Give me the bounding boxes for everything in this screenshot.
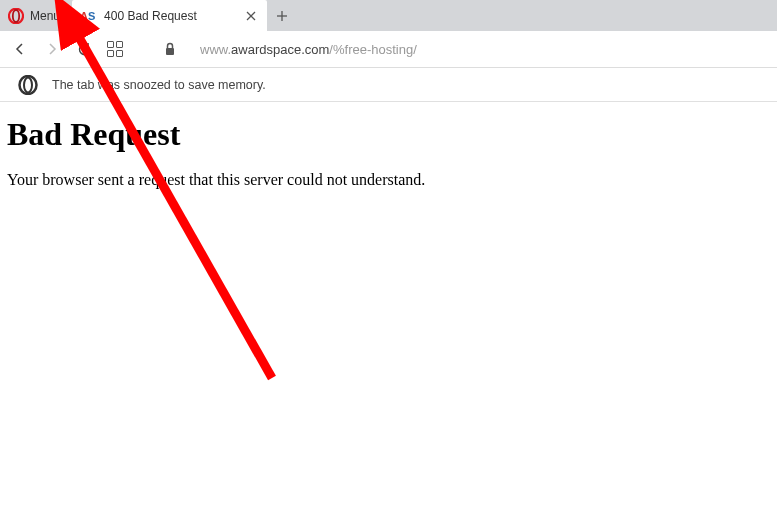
tab-title: 400 Bad Request: [104, 9, 235, 23]
tab-bar: Menu AS 400 Bad Request: [0, 0, 777, 31]
svg-point-1: [13, 10, 19, 22]
url-path: /%free-hosting/: [329, 42, 416, 57]
lock-icon[interactable]: [160, 39, 180, 59]
url-domain: awardspace.com: [231, 42, 329, 57]
page-body: Your browser sent a request that this se…: [7, 171, 770, 189]
snooze-bar: The tab was snoozed to save memory.: [0, 68, 777, 102]
back-button[interactable]: [10, 39, 30, 59]
close-icon[interactable]: [243, 8, 259, 24]
new-tab-button[interactable]: [267, 0, 297, 31]
opera-logo-icon: [8, 8, 24, 24]
page-heading: Bad Request: [7, 116, 770, 153]
address-bar[interactable]: www.awardspace.com/%free-hosting/: [192, 42, 767, 57]
speed-dial-button[interactable]: [106, 39, 126, 59]
opera-icon: [18, 75, 38, 95]
snooze-message: The tab was snoozed to save memory.: [52, 78, 266, 92]
url-prefix: www.: [200, 42, 231, 57]
menu-button[interactable]: Menu: [0, 0, 72, 31]
svg-point-8: [20, 76, 37, 94]
menu-label: Menu: [30, 9, 60, 23]
reload-button[interactable]: [74, 39, 94, 59]
tab-favicon: AS: [80, 8, 96, 24]
svg-point-9: [24, 77, 32, 92]
svg-text:AS: AS: [80, 10, 95, 22]
forward-button[interactable]: [42, 39, 62, 59]
toolbar: www.awardspace.com/%free-hosting/: [0, 31, 777, 68]
svg-rect-7: [166, 48, 174, 55]
page-content: Bad Request Your browser sent a request …: [0, 102, 777, 203]
tab-active[interactable]: AS 400 Bad Request: [72, 0, 267, 31]
